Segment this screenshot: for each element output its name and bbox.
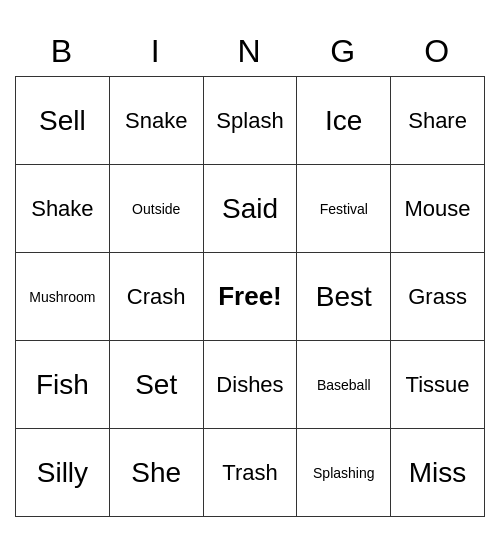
header-letter-n: N	[203, 27, 297, 77]
bingo-row-0: SellSnakeSplashIceShare	[16, 77, 485, 165]
bingo-cell-0-0: Sell	[16, 77, 110, 165]
bingo-cell-0-4: Share	[391, 77, 485, 165]
cell-text-0-3: Ice	[325, 105, 362, 136]
bingo-cell-4-0: Silly	[16, 429, 110, 517]
bingo-cell-1-3: Festival	[297, 165, 391, 253]
header-letter-b: B	[16, 27, 110, 77]
bingo-cell-4-2: Trash	[203, 429, 297, 517]
cell-text-4-1: She	[131, 457, 181, 488]
cell-text-2-2: Free!	[218, 281, 282, 311]
bingo-cell-0-1: Snake	[109, 77, 203, 165]
bingo-cell-1-1: Outside	[109, 165, 203, 253]
bingo-cell-4-3: Splashing	[297, 429, 391, 517]
cell-text-2-0: Mushroom	[29, 289, 95, 305]
cell-text-0-2: Splash	[216, 108, 283, 133]
cell-text-4-0: Silly	[37, 457, 88, 488]
cell-text-1-1: Outside	[132, 201, 180, 217]
cell-text-2-4: Grass	[408, 284, 467, 309]
cell-text-4-4: Miss	[409, 457, 467, 488]
bingo-cell-0-2: Splash	[203, 77, 297, 165]
bingo-cell-1-2: Said	[203, 165, 297, 253]
bingo-cell-3-4: Tissue	[391, 341, 485, 429]
bingo-cell-4-4: Miss	[391, 429, 485, 517]
cell-text-3-3: Baseball	[317, 377, 371, 393]
bingo-cell-3-3: Baseball	[297, 341, 391, 429]
bingo-cell-2-3: Best	[297, 253, 391, 341]
bingo-cell-2-0: Mushroom	[16, 253, 110, 341]
header-letter-i: I	[109, 27, 203, 77]
cell-text-0-4: Share	[408, 108, 467, 133]
cell-text-3-0: Fish	[36, 369, 89, 400]
cell-text-1-3: Festival	[320, 201, 368, 217]
bingo-cell-2-2: Free!	[203, 253, 297, 341]
bingo-cell-1-0: Shake	[16, 165, 110, 253]
bingo-cell-1-4: Mouse	[391, 165, 485, 253]
bingo-row-2: MushroomCrashFree!BestGrass	[16, 253, 485, 341]
bingo-cell-2-4: Grass	[391, 253, 485, 341]
cell-text-0-0: Sell	[39, 105, 86, 136]
bingo-row-4: SillySheTrashSplashingMiss	[16, 429, 485, 517]
cell-text-3-1: Set	[135, 369, 177, 400]
bingo-cell-3-0: Fish	[16, 341, 110, 429]
cell-text-2-3: Best	[316, 281, 372, 312]
bingo-cell-3-1: Set	[109, 341, 203, 429]
header-letter-o: O	[391, 27, 485, 77]
bingo-cell-2-1: Crash	[109, 253, 203, 341]
cell-text-0-1: Snake	[125, 108, 187, 133]
cell-text-1-4: Mouse	[405, 196, 471, 221]
bingo-cell-3-2: Dishes	[203, 341, 297, 429]
cell-text-1-0: Shake	[31, 196, 93, 221]
cell-text-4-3: Splashing	[313, 465, 375, 481]
bingo-row-1: ShakeOutsideSaidFestivalMouse	[16, 165, 485, 253]
bingo-cell-4-1: She	[109, 429, 203, 517]
header-letter-g: G	[297, 27, 391, 77]
cell-text-3-2: Dishes	[216, 372, 283, 397]
cell-text-4-2: Trash	[222, 460, 277, 485]
cell-text-1-2: Said	[222, 193, 278, 224]
cell-text-3-4: Tissue	[406, 372, 470, 397]
bingo-row-3: FishSetDishesBaseballTissue	[16, 341, 485, 429]
cell-text-2-1: Crash	[127, 284, 186, 309]
bingo-header: BINGO	[16, 27, 485, 77]
bingo-cell-0-3: Ice	[297, 77, 391, 165]
bingo-card: BINGO SellSnakeSplashIceShareShakeOutsid…	[15, 27, 485, 518]
